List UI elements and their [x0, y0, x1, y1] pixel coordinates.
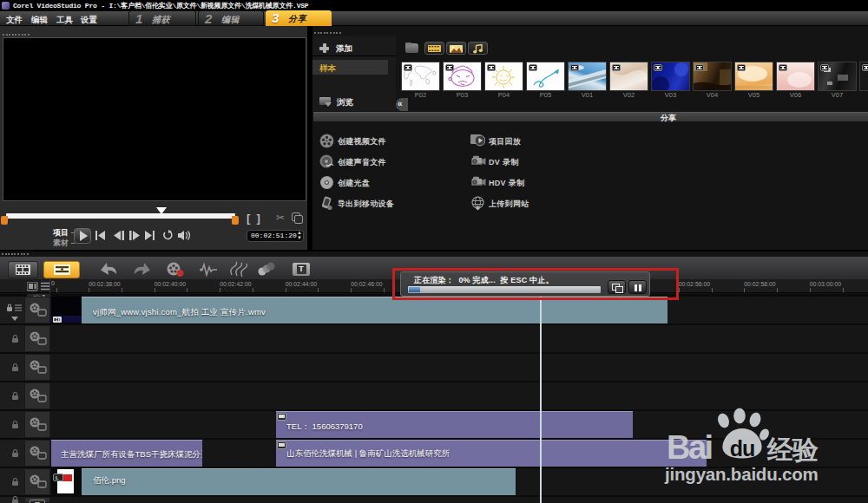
svg-text:du: du [730, 436, 755, 461]
